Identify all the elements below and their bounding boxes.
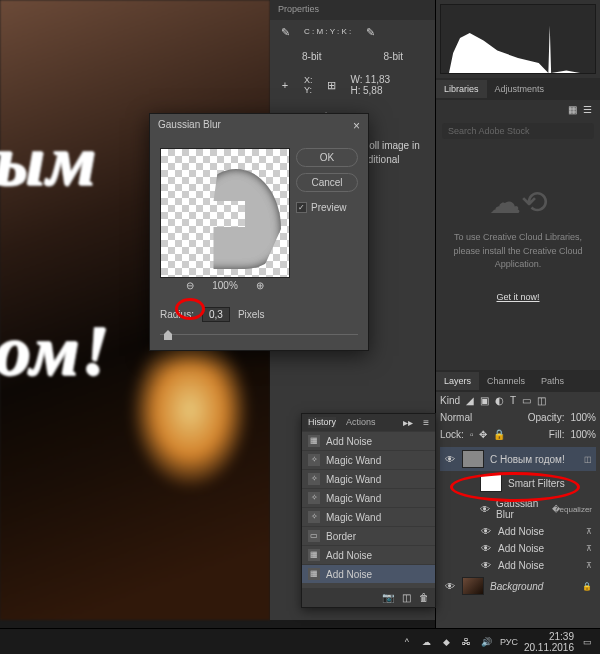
tray-cloud-icon[interactable]: ☁ bbox=[420, 635, 434, 649]
tab-actions[interactable]: Actions bbox=[346, 417, 376, 428]
filter-preview[interactable] bbox=[160, 148, 290, 278]
cmyk-readout: C : M : Y : K : bbox=[304, 28, 351, 37]
zoom-out-icon[interactable]: ⊖ bbox=[186, 280, 194, 291]
layer-name[interactable]: С Новым годом! bbox=[490, 454, 565, 465]
search-stock-input[interactable]: Search Adobe Stock bbox=[442, 123, 594, 139]
bit-depth-1: 8-bit bbox=[302, 51, 321, 62]
tray-note-icon[interactable]: ◆ bbox=[440, 635, 454, 649]
visibility-icon[interactable]: 👁 bbox=[444, 454, 456, 465]
filter-options-icon[interactable]: �equalizer bbox=[552, 505, 592, 514]
clock[interactable]: 21:39 20.11.2016 bbox=[524, 631, 574, 653]
histogram-graph bbox=[449, 23, 587, 73]
layer-thumbnail[interactable] bbox=[462, 577, 484, 595]
list-view-icon[interactable]: ☰ bbox=[583, 104, 592, 115]
eyedropper-icon[interactable]: ✎ bbox=[361, 26, 379, 39]
lock-label: Lock: bbox=[440, 429, 464, 440]
tray-network-icon[interactable]: 🖧 bbox=[460, 635, 474, 649]
filter-mask-thumbnail[interactable] bbox=[480, 474, 502, 492]
fill-value[interactable]: 100% bbox=[570, 429, 596, 440]
history-item[interactable]: ✧Magic Wand bbox=[302, 469, 435, 488]
ok-button[interactable]: OK bbox=[296, 148, 358, 167]
filter-options-icon[interactable]: ⊼ bbox=[586, 561, 592, 570]
history-item[interactable]: ▦Add Noise bbox=[302, 564, 435, 583]
zoom-in-icon[interactable]: ⊕ bbox=[256, 280, 264, 291]
filter-pixel-icon[interactable]: ▣ bbox=[480, 395, 489, 406]
filter-row[interactable]: 👁 Add Noise ⊼ bbox=[440, 523, 596, 540]
slider-thumb[interactable] bbox=[164, 330, 172, 340]
opacity-value[interactable]: 100% bbox=[570, 412, 596, 423]
radius-unit: Pixels bbox=[238, 309, 265, 320]
history-item[interactable]: ▦Add Noise bbox=[302, 545, 435, 564]
history-item[interactable]: ▦Add Noise bbox=[302, 431, 435, 450]
blend-mode-select[interactable]: Normal bbox=[440, 412, 472, 423]
lock-position-icon[interactable]: ✥ bbox=[479, 429, 487, 440]
history-item[interactable]: ✧Magic Wand bbox=[302, 488, 435, 507]
visibility-icon[interactable]: 👁 bbox=[480, 560, 492, 571]
cancel-button[interactable]: Cancel bbox=[296, 173, 358, 192]
history-item[interactable]: ✧Magic Wand bbox=[302, 507, 435, 526]
right-dock: Libraries Adjustments ▦ ☰ Search Adobe S… bbox=[435, 0, 600, 640]
tab-libraries[interactable]: Libraries bbox=[436, 80, 487, 98]
tab-history[interactable]: History bbox=[308, 417, 336, 428]
lock-icon: 🔒 bbox=[582, 582, 592, 591]
visibility-icon[interactable]: 👁 bbox=[444, 581, 456, 592]
visibility-icon[interactable]: 👁 bbox=[480, 526, 492, 537]
fill-label: Fill: bbox=[549, 429, 565, 440]
windows-taskbar[interactable]: ^ ☁ ◆ 🖧 🔊 РУС 21:39 20.11.2016 ▭ bbox=[0, 628, 600, 654]
histogram-panel[interactable] bbox=[440, 4, 596, 74]
tray-up-icon[interactable]: ^ bbox=[400, 635, 414, 649]
history-item[interactable]: ✧Magic Wand bbox=[302, 450, 435, 469]
filter-adj-icon[interactable]: ◐ bbox=[495, 395, 504, 406]
language-indicator[interactable]: РУС bbox=[500, 637, 518, 647]
eyedropper-icon[interactable]: ✎ bbox=[276, 26, 294, 39]
filter-options-icon[interactable]: ⊼ bbox=[586, 527, 592, 536]
layer-name[interactable]: Background bbox=[490, 581, 543, 592]
tab-paths[interactable]: Paths bbox=[533, 372, 572, 390]
lock-pixels-icon[interactable]: ▫ bbox=[470, 429, 474, 440]
preview-checkbox[interactable]: ✓ bbox=[296, 202, 307, 213]
layer-row[interactable]: 👁 С Новым годом! ◫ bbox=[440, 447, 596, 471]
filter-type-icon[interactable]: T bbox=[510, 395, 516, 406]
filter-row[interactable]: 👁 Gaussian Blur �equalizer bbox=[440, 495, 596, 523]
dialog-title: Gaussian Blur bbox=[158, 119, 221, 133]
libraries-message: To use Creative Cloud Libraries, please … bbox=[446, 231, 590, 272]
lock-all-icon[interactable]: 🔒 bbox=[493, 429, 505, 440]
filter-name: Add Noise bbox=[498, 543, 544, 554]
filter-options-icon[interactable]: ⊼ bbox=[586, 544, 592, 553]
history-step-icon: ✧ bbox=[308, 511, 320, 523]
collapse-icon[interactable]: ▸▸ bbox=[403, 417, 413, 428]
layer-row[interactable]: 👁 Background 🔒 bbox=[440, 574, 596, 598]
bit-depth-2: 8-bit bbox=[384, 51, 403, 62]
filter-row[interactable]: 👁 Add Noise ⊼ bbox=[440, 557, 596, 574]
notifications-icon[interactable]: ▭ bbox=[580, 635, 594, 649]
layer-kind-label: Kind bbox=[440, 395, 460, 406]
tray-volume-icon[interactable]: 🔊 bbox=[480, 635, 494, 649]
tab-layers[interactable]: Layers bbox=[436, 372, 479, 390]
tab-properties[interactable]: Properties bbox=[278, 4, 319, 16]
radius-input[interactable] bbox=[202, 307, 230, 322]
filter-name: Add Noise bbox=[498, 526, 544, 537]
cloud-sync-icon: ☁⟲ bbox=[446, 183, 590, 221]
canvas-text-2: ом! bbox=[0, 310, 112, 393]
panel-menu-icon[interactable]: ≡ bbox=[423, 417, 429, 428]
layer-thumbnail[interactable] bbox=[462, 450, 484, 468]
visibility-icon[interactable]: 👁 bbox=[480, 504, 490, 515]
smart-filters-row[interactable]: Smart Filters bbox=[440, 471, 596, 495]
visibility-icon[interactable]: 👁 bbox=[480, 543, 492, 554]
properties-tabs: Properties bbox=[270, 0, 435, 20]
tab-adjustments[interactable]: Adjustments bbox=[487, 80, 553, 98]
filter-shape-icon[interactable]: ▭ bbox=[522, 395, 531, 406]
new-doc-icon[interactable]: ◫ bbox=[402, 592, 411, 603]
radius-slider[interactable] bbox=[160, 328, 358, 342]
grid-view-icon[interactable]: ▦ bbox=[568, 104, 577, 115]
radius-label: Radius: bbox=[160, 309, 194, 320]
trash-icon[interactable]: 🗑 bbox=[419, 592, 429, 603]
snapshot-icon[interactable]: 📷 bbox=[382, 592, 394, 603]
filter-smart-icon[interactable]: ◫ bbox=[537, 395, 546, 406]
tab-channels[interactable]: Channels bbox=[479, 372, 533, 390]
filter-row[interactable]: 👁 Add Noise ⊼ bbox=[440, 540, 596, 557]
history-item[interactable]: ▭Border bbox=[302, 526, 435, 545]
close-icon[interactable]: × bbox=[353, 119, 360, 133]
get-it-now-link[interactable]: Get it now! bbox=[496, 292, 539, 302]
history-step-icon: ▭ bbox=[308, 530, 320, 542]
